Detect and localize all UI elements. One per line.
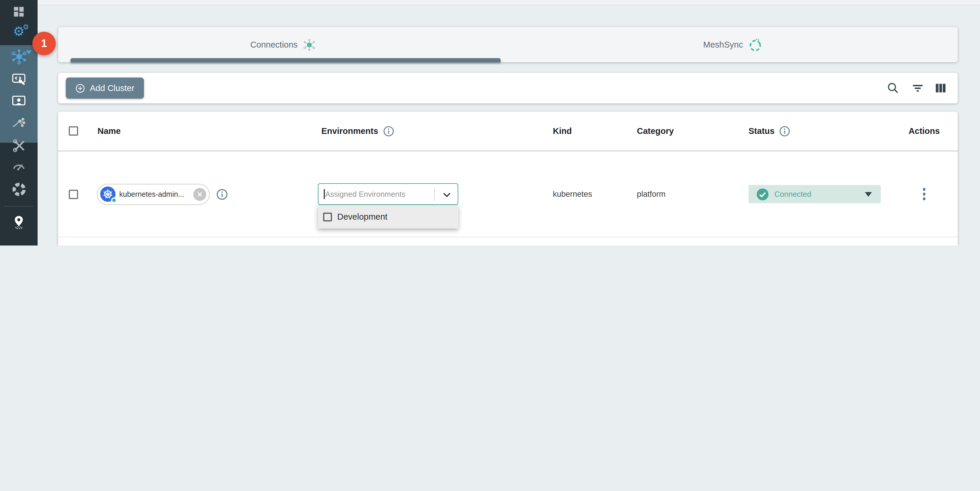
filter-icon [911, 82, 924, 95]
active-tab-indicator [70, 58, 501, 62]
tab-connections-label: Connections [250, 40, 298, 49]
tab-meshsync-label: MeshSync [703, 40, 743, 49]
header-status: Status [749, 126, 775, 136]
status-chip-connected[interactable]: Connected [749, 185, 881, 203]
connection-info-icon[interactable] [216, 188, 229, 200]
connections-tab-icon [302, 38, 316, 51]
sidebar-item-dashboard[interactable] [0, 1, 38, 22]
chevron-down-icon[interactable] [440, 188, 453, 204]
meshsync-spinner-icon [748, 37, 762, 52]
top-strip [38, 0, 980, 5]
tab-connections[interactable]: Connections [58, 27, 508, 62]
check-circle-icon [756, 188, 769, 200]
adapters-code-icon [11, 71, 26, 86]
sidebar-item-configuration[interactable] [0, 135, 38, 156]
select-divider [434, 189, 435, 201]
lifecycle-small-gear-icon: ⚙ [22, 24, 29, 30]
table-header: Name Environments Kind Category Status A… [58, 111, 958, 151]
row-checkbox[interactable] [69, 189, 78, 199]
environment-option-checkbox[interactable] [323, 212, 332, 221]
header-kind: Kind [553, 126, 572, 136]
header-category: Category [637, 126, 674, 136]
sidebar-item-service-graph[interactable] [0, 112, 38, 135]
filter-button[interactable] [910, 81, 925, 96]
toolbar: Add Cluster [58, 73, 958, 103]
chip-delete-button[interactable] [193, 188, 206, 200]
plus-circle-icon [75, 83, 85, 93]
sidebar-item-catalog[interactable] [0, 210, 38, 234]
kubernetes-logo-icon [100, 186, 116, 202]
add-cluster-button[interactable]: Add Cluster [66, 78, 144, 99]
location-pin-icon [11, 215, 26, 230]
sidebar-item-performance[interactable] [0, 156, 38, 177]
row-actions-menu-button[interactable] [921, 186, 928, 203]
sidebar: ⚙ ⚙ [0, 0, 38, 246]
kind-value: kubernetes [553, 190, 592, 199]
connection-name-chip[interactable]: kubernetes-admin... [97, 184, 210, 205]
connections-mesh-icon [11, 48, 27, 64]
assigned-environments-select[interactable]: Assigned Environments [318, 183, 458, 205]
tab-bar: Connections MeshSync [58, 27, 958, 62]
annotation-badge-1: 1 [32, 32, 56, 55]
status-caret-icon [865, 192, 872, 197]
columns-icon [934, 82, 947, 95]
text-cursor [324, 189, 325, 199]
table-row: kubernetes-admin... Assigned Environment… [58, 151, 958, 237]
table-row: in-cluster Assigned Environments [58, 237, 958, 246]
screen-person-icon [11, 94, 26, 109]
select-all-checkbox[interactable] [69, 126, 78, 136]
environment-option-label[interactable]: Development [337, 212, 388, 221]
service-graph-icon [11, 116, 26, 131]
toolbox-icon [11, 138, 26, 153]
sidebar-item-connections[interactable] [0, 45, 38, 68]
header-environments: Environments [321, 126, 378, 136]
connections-table: Name Environments Kind Category Status A… [58, 111, 958, 246]
sidebar-divider [4, 206, 33, 207]
environments-info-icon[interactable] [382, 125, 395, 137]
connection-name: kubernetes-admin... [116, 190, 193, 198]
search-button[interactable] [885, 81, 901, 96]
sidebar-item-lifecycle[interactable]: ⚙ ⚙ [0, 21, 38, 42]
status-info-icon[interactable] [779, 125, 791, 137]
sidebar-item-profiles[interactable] [0, 90, 38, 112]
header-actions: Actions [908, 126, 940, 136]
environments-placeholder: Assigned Environments [325, 190, 406, 199]
tab-meshsync[interactable]: MeshSync [508, 27, 958, 62]
meshery-app: ⚙ ⚙ [0, 0, 980, 246]
sidebar-item-extensions[interactable] [0, 178, 38, 200]
header-name: Name [97, 126, 121, 136]
extensions-icon [11, 181, 27, 197]
add-cluster-label: Add Cluster [90, 83, 135, 93]
dashboard-icon [12, 5, 25, 18]
search-icon [886, 82, 899, 95]
environments-dropdown-panel: Development [318, 205, 458, 229]
sidebar-item-adapters[interactable] [0, 68, 38, 90]
view-columns-button[interactable] [933, 81, 948, 96]
category-value: platform [637, 190, 666, 199]
connection-status-dot [111, 197, 117, 203]
performance-gauge-icon [11, 159, 26, 174]
status-label: Connected [774, 190, 811, 199]
